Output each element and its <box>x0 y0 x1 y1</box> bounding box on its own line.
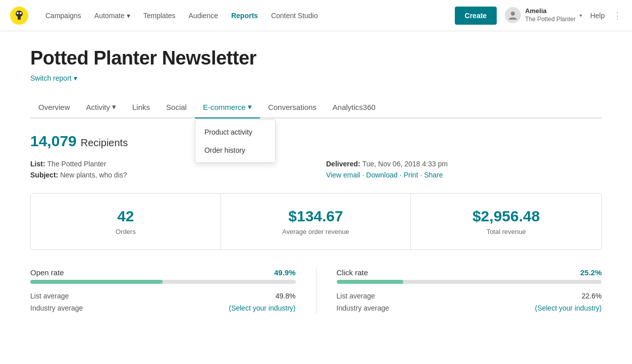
meta-delivered: Delivered: Tue, Nov 06, 2018 4:33 pm <box>326 160 602 168</box>
list-label: List: <box>30 160 45 168</box>
avg-revenue-value: $134.67 <box>233 208 399 225</box>
nav-automate[interactable]: Automate ▾ <box>89 8 135 24</box>
tab-overview[interactable]: Overview <box>30 97 78 118</box>
tab-analytics360[interactable]: Analytics360 <box>325 97 384 118</box>
user-chevron-icon: ▾ <box>580 13 582 18</box>
print-link[interactable]: Print <box>403 171 418 179</box>
total-revenue-value: $2,956.48 <box>423 208 589 225</box>
nav-templates[interactable]: Templates <box>138 8 181 24</box>
download-link[interactable]: Download <box>366 171 397 179</box>
delivered-label: Delivered: <box>326 160 360 168</box>
stat-avg-revenue: $134.67 Average order revenue <box>221 194 411 250</box>
dropdown-product-activity[interactable]: Product activity <box>195 123 275 141</box>
view-email-link[interactable]: View email <box>326 171 360 179</box>
tab-links[interactable]: Links <box>124 97 158 118</box>
subject-value: New plants, who dis? <box>60 171 127 179</box>
meta-subject: Subject: New plants, who dis? <box>30 171 306 179</box>
recipients-label: Recipients <box>81 137 128 149</box>
rates-divider <box>316 268 317 314</box>
open-list-avg-label: List average <box>30 292 69 300</box>
user-org: The Potted Planter <box>525 16 575 24</box>
user-info: Amelia The Potted Planter <box>525 7 575 23</box>
click-rate-subrows: List average 22.6% Industry average (Sel… <box>337 290 602 314</box>
recipients-row: 14,079 Recipients <box>30 133 602 150</box>
click-rate-header: Click rate 25.2% <box>337 268 602 277</box>
tab-ecommerce-container: E-commerce ▾ Product activity Order hist… <box>195 96 260 117</box>
svg-point-1 <box>17 12 19 14</box>
campaign-meta: List: The Potted Planter Delivered: Tue,… <box>30 160 602 179</box>
click-rate-name: Click rate <box>337 268 368 277</box>
click-rate-bar-fill <box>337 280 403 284</box>
svg-point-3 <box>511 12 515 16</box>
tab-social[interactable]: Social <box>158 97 195 118</box>
activity-chevron-icon: ▾ <box>112 102 116 111</box>
tab-activity[interactable]: Activity ▾ <box>78 96 125 118</box>
nav-content-studio[interactable]: Content Studio <box>266 8 323 24</box>
nav-campaigns[interactable]: Campaigns <box>40 8 86 24</box>
sub-nav: Overview Activity ▾ Links Social E-comme… <box>30 96 602 118</box>
user-name: Amelia <box>525 7 575 16</box>
subject-label: Subject: <box>30 171 58 179</box>
share-link[interactable]: Share <box>424 171 443 179</box>
click-rate-section: Click rate 25.2% List average 22.6% Indu… <box>337 268 602 314</box>
ecommerce-chevron-icon: ▾ <box>248 102 252 111</box>
click-industry-select-link[interactable]: (Select your industry) <box>535 304 602 312</box>
click-list-avg-label: List average <box>337 292 375 300</box>
nav-links: Campaigns Automate ▾ Templates Audience … <box>40 8 455 24</box>
open-industry-select-link[interactable]: (Select your industry) <box>229 304 295 312</box>
open-rate-bar-fill <box>30 280 163 284</box>
svg-point-2 <box>20 12 22 14</box>
stat-orders: 42 Orders <box>31 194 221 250</box>
open-list-average: List average 49.8% <box>30 290 296 302</box>
meta-actions: View email · Download · Print · Share <box>326 171 602 179</box>
click-list-average: List average 22.6% <box>337 290 602 302</box>
user-area[interactable]: Amelia The Potted Planter ▾ <box>505 7 582 23</box>
top-nav: Campaigns Automate ▾ Templates Audience … <box>0 0 632 31</box>
click-industry-avg-label: Industry average <box>337 304 389 312</box>
page-content: Potted Planter Newsletter Switch report … <box>0 31 632 334</box>
open-rate-section: Open rate 49.9% List average 49.8% Indus… <box>30 268 296 314</box>
orders-value: 42 <box>43 208 208 225</box>
open-industry-average: Industry average (Select your industry) <box>30 302 296 314</box>
user-avatar-icon <box>505 7 521 23</box>
open-industry-avg-label: Industry average <box>30 304 83 312</box>
open-rate-bar-bg <box>30 280 296 284</box>
nav-audience[interactable]: Audience <box>184 8 223 24</box>
open-rate-header: Open rate 49.9% <box>30 268 296 277</box>
nav-right: Create Amelia The Potted Planter ▾ Help … <box>455 7 622 25</box>
delivered-value: Tue, Nov 06, 2018 4:33 pm <box>362 160 448 168</box>
tab-conversations[interactable]: Conversations <box>260 97 325 118</box>
open-rate-name: Open rate <box>30 268 64 277</box>
logo[interactable] <box>10 7 28 25</box>
switch-report-chevron-icon: ▾ <box>74 74 77 82</box>
dropdown-order-history[interactable]: Order history <box>195 141 275 159</box>
list-value: The Potted Planter <box>47 160 107 168</box>
click-rate-bar-bg <box>337 280 602 284</box>
create-button[interactable]: Create <box>455 7 497 25</box>
help-link[interactable]: Help <box>590 12 605 20</box>
open-rate-value: 49.9% <box>274 268 296 277</box>
open-list-avg-value: 49.8% <box>276 292 296 300</box>
recipients-count: 14,079 <box>30 133 77 150</box>
switch-report-button[interactable]: Switch report ▾ <box>30 74 77 82</box>
click-industry-average: Industry average (Select your industry) <box>337 302 602 314</box>
rates-section: Open rate 49.9% List average 49.8% Indus… <box>30 268 602 314</box>
nav-extra-icon: ⋮ <box>613 10 622 21</box>
click-list-avg-value: 22.6% <box>582 292 602 300</box>
avg-revenue-label: Average order revenue <box>233 228 399 235</box>
chevron-down-icon: ▾ <box>127 12 130 20</box>
click-rate-value: 25.2% <box>580 268 602 277</box>
open-rate-subrows: List average 49.8% Industry average (Sel… <box>30 290 296 314</box>
tab-ecommerce[interactable]: E-commerce ▾ <box>195 96 260 118</box>
page-title: Potted Planter Newsletter <box>30 47 602 69</box>
nav-reports[interactable]: Reports <box>226 8 263 24</box>
orders-label: Orders <box>43 228 208 235</box>
stats-cards: 42 Orders $134.67 Average order revenue … <box>30 193 602 250</box>
ecommerce-dropdown: Product activity Order history <box>195 119 276 163</box>
stat-total-revenue: $2,956.48 Total revenue <box>411 194 601 250</box>
total-revenue-label: Total revenue <box>423 228 589 235</box>
